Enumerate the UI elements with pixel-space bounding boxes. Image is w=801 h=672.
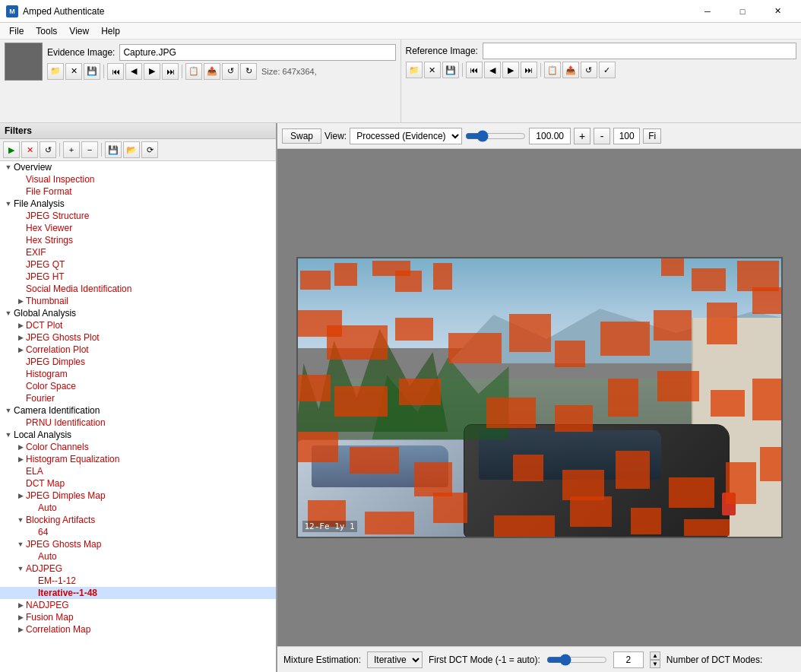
tree-expand-overview[interactable]: ▼: [3, 162, 14, 173]
dct-value-input[interactable]: [613, 651, 644, 668]
tree-item-blocking-artifacts[interactable]: ▼Blocking Artifacts: [0, 514, 276, 526]
menu-help[interactable]: Help: [95, 24, 126, 38]
dct-spin-up[interactable]: ▲: [650, 651, 660, 660]
filter-refresh-btn[interactable]: ↺: [40, 141, 56, 158]
tree-expand-dct-plot[interactable]: ▶: [15, 320, 26, 331]
tree-item-adjpeg[interactable]: ▼ADJPEG: [0, 563, 276, 575]
reference-filename-input[interactable]: [483, 43, 796, 59]
tree-item-jpeg-ht[interactable]: JPEG HT: [0, 271, 276, 283]
tree-item-hex-strings[interactable]: Hex Strings: [0, 234, 276, 246]
tree-expand-nadjpeg[interactable]: ▶: [15, 600, 26, 610]
ev-btn6[interactable]: 📤: [204, 63, 220, 80]
tree-item-dct-plot[interactable]: ▶DCT Plot: [0, 319, 276, 331]
filter-stop-btn[interactable]: ✕: [21, 141, 38, 158]
maximize-button[interactable]: □: [725, 0, 760, 23]
menu-view[interactable]: View: [63, 24, 95, 38]
tree-expand-correlation-map[interactable]: ▶: [15, 624, 26, 635]
tree-item-prnu[interactable]: PRNU Identification: [0, 417, 276, 429]
zoom-minus-button[interactable]: -: [594, 128, 610, 144]
tree-expand-jpeg-ghosts-map[interactable]: ▼: [15, 539, 26, 550]
ref-btn6[interactable]: 📤: [562, 62, 579, 78]
tree-expand-jpeg-dimples-map[interactable]: ▶: [15, 490, 26, 501]
filter-add-btn[interactable]: +: [63, 141, 80, 158]
ref-checkmark-btn[interactable]: ✓: [599, 62, 616, 78]
menu-tools[interactable]: Tools: [30, 24, 63, 38]
ref-clear-btn[interactable]: ✕: [424, 62, 441, 78]
tree-item-visual-inspection[interactable]: Visual Inspection: [0, 173, 276, 185]
tree-item-jpeg-dimples[interactable]: JPEG Dimples: [0, 356, 276, 368]
mixture-select[interactable]: Iterative: [367, 651, 423, 668]
tree-item-jgm-auto[interactable]: Auto: [0, 550, 276, 563]
close-button[interactable]: ✕: [760, 0, 795, 23]
dct-slider[interactable]: [546, 654, 607, 666]
tree-item-hex-viewer[interactable]: Hex Viewer: [0, 222, 276, 234]
tree-expand-thumbnail[interactable]: ▶: [15, 296, 26, 306]
tree-item-color-space[interactable]: Color Space: [0, 380, 276, 392]
tree-item-correlation-plot[interactable]: ▶Correlation Plot: [0, 344, 276, 356]
ev-open-btn[interactable]: 📁: [47, 63, 64, 80]
tree-expand-file-analysis[interactable]: ▼: [3, 198, 14, 209]
tree-expand-global-analysis[interactable]: ▼: [3, 308, 14, 319]
zoom-input[interactable]: [529, 128, 571, 144]
filter-run-btn[interactable]: ▶: [3, 141, 20, 158]
tree-expand-histogram-eq[interactable]: ▶: [15, 454, 26, 464]
zoom-plus-button[interactable]: +: [574, 128, 590, 144]
filter-load-btn[interactable]: 📂: [123, 141, 140, 158]
tree-item-overview[interactable]: ▼Overview: [0, 161, 276, 173]
tree-item-jpeg-structure[interactable]: JPEG Structure: [0, 210, 276, 222]
ref-refresh-btn[interactable]: ↺: [581, 62, 597, 78]
ev-first-btn[interactable]: ⏮: [107, 63, 124, 80]
tree-item-jpeg-ghosts-map[interactable]: ▼JPEG Ghosts Map: [0, 538, 276, 550]
ref-next-btn[interactable]: ▶: [502, 62, 519, 78]
tree-item-color-channels[interactable]: ▶Color Channels: [0, 441, 276, 453]
filter-remove-btn[interactable]: −: [81, 141, 98, 158]
ref-save-btn[interactable]: 💾: [442, 62, 459, 78]
tree-expand-blocking-artifacts[interactable]: ▼: [15, 515, 26, 525]
tree-item-local-analysis[interactable]: ▼Local Analysis: [0, 429, 276, 441]
tree-item-em-12[interactable]: EM--1-12: [0, 575, 276, 587]
ev-clear-btn[interactable]: ✕: [65, 63, 82, 80]
tree-item-file-analysis[interactable]: ▼File Analysis: [0, 198, 276, 210]
tree-item-fourier[interactable]: Fourier: [0, 392, 276, 404]
tree-item-correlation-map[interactable]: ▶Correlation Map: [0, 623, 276, 636]
tree-item-jpeg-ghosts-plot[interactable]: ▶JPEG Ghosts Plot: [0, 331, 276, 344]
tree-expand-camera-id[interactable]: ▼: [3, 405, 14, 416]
zoom-100-input[interactable]: [613, 128, 640, 144]
tree-item-ela[interactable]: ELA: [0, 465, 276, 477]
filter-reset-btn[interactable]: ⟳: [141, 141, 158, 158]
tree-item-dct-map[interactable]: DCT Map: [0, 477, 276, 490]
ev-next-btn[interactable]: ▶: [144, 63, 160, 80]
ref-first-btn[interactable]: ⏮: [466, 62, 483, 78]
tree-item-jpeg-qt[interactable]: JPEG QT: [0, 258, 276, 271]
ev-last-btn[interactable]: ⏭: [162, 63, 179, 80]
tree-item-jpeg-dimples-map[interactable]: ▶JPEG Dimples Map: [0, 490, 276, 502]
tree-expand-adjpeg[interactable]: ▼: [15, 563, 26, 574]
dct-spin-down[interactable]: ▼: [650, 660, 660, 668]
tree-item-file-format[interactable]: File Format: [0, 185, 276, 198]
zoom-slider[interactable]: [465, 130, 526, 142]
ev-save-btn[interactable]: 💾: [84, 63, 100, 80]
minimize-button[interactable]: ─: [690, 0, 725, 23]
tree-item-nadjpeg[interactable]: ▶NADJPEG: [0, 599, 276, 611]
tree-expand-correlation-plot[interactable]: ▶: [15, 344, 26, 355]
tree-item-thumbnail[interactable]: ▶Thumbnail: [0, 295, 276, 307]
tree-item-iterative-48[interactable]: Iterative--1-48: [0, 587, 276, 599]
swap-button[interactable]: Swap: [282, 128, 321, 144]
ref-last-btn[interactable]: ⏭: [521, 62, 537, 78]
tree-expand-fusion-map[interactable]: ▶: [15, 612, 26, 623]
tree-expand-local-analysis[interactable]: ▼: [3, 430, 14, 440]
filter-save-btn[interactable]: 💾: [105, 141, 122, 158]
ev-refresh-btn[interactable]: ↺: [222, 63, 239, 80]
tree-item-ba-64[interactable]: 64: [0, 526, 276, 538]
ref-open-btn[interactable]: 📁: [406, 62, 423, 78]
ref-prev-btn[interactable]: ◀: [484, 62, 501, 78]
tree-expand-jpeg-ghosts-plot[interactable]: ▶: [15, 332, 26, 343]
tree-item-global-analysis[interactable]: ▼Global Analysis: [0, 307, 276, 319]
tree-expand-color-channels[interactable]: ▶: [15, 442, 26, 452]
evidence-filename-input[interactable]: [119, 44, 395, 61]
tree-item-histogram-eq[interactable]: ▶Histogram Equalization: [0, 453, 276, 465]
tree-item-social-media[interactable]: Social Media Identification: [0, 283, 276, 295]
view-select[interactable]: Processed (Evidence): [350, 128, 462, 144]
ev-btn5[interactable]: 📋: [185, 63, 202, 80]
tree-item-camera-id[interactable]: ▼Camera Identification: [0, 404, 276, 417]
